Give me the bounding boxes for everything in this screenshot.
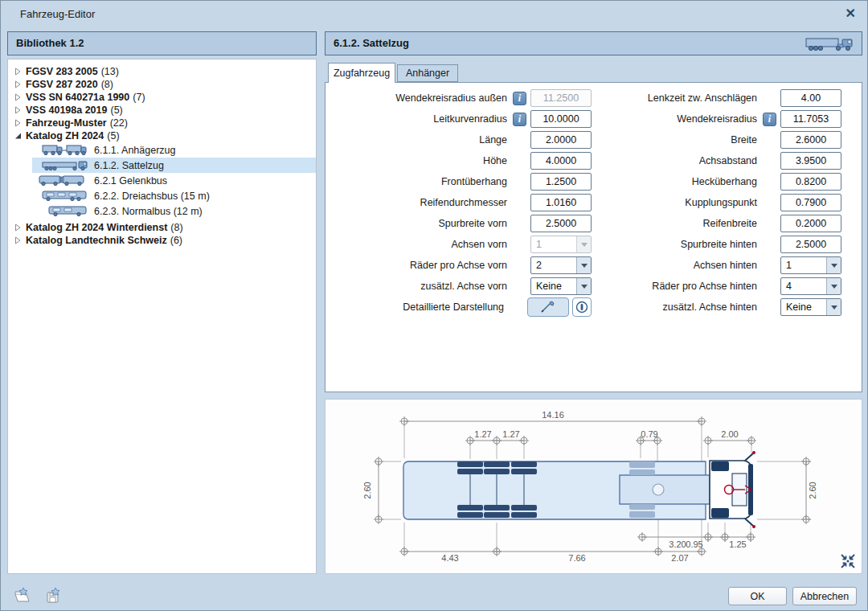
field-label: Hecküberhang [599, 176, 763, 187]
achsen-vorn-select[interactable]: 1 [530, 236, 592, 253]
breite-field[interactable] [780, 131, 841, 149]
open-favorite-button[interactable] [12, 585, 35, 606]
wendekreisradius-field[interactable] [780, 110, 841, 128]
achsabstand-field[interactable] [780, 152, 841, 170]
spurbreite-hinten-field[interactable] [780, 236, 841, 253]
bus-icon [35, 205, 88, 217]
dim-axle-gap-1: 1.27 [474, 429, 491, 439]
expander-collapsed-icon[interactable] [14, 119, 26, 127]
field-label: zusätzl. Achse hinten [599, 301, 763, 313]
dim-axle-gap-2: 1.27 [502, 429, 519, 439]
tree-item-dreiachsbus[interactable]: 6.2.2. Dreiachsbus (15 m) [32, 188, 316, 203]
tree-item-katalog-winterdienst[interactable]: Katalog ZH 2024 Winterdienst(8) [8, 221, 316, 234]
achsen-hinten-select[interactable]: 1 [780, 256, 841, 274]
tree-item-fahrzeug-muster[interactable]: Fahrzeug-Muster(22) [8, 117, 316, 129]
zusaetzl-achse-hinten-select[interactable]: Keine [780, 298, 841, 316]
window-title: Fahrzeug-Editor [20, 8, 95, 20]
form-column-right: Lenkzeit zw. Anschlägen Wendekreisradius… [599, 89, 841, 316]
info-icon[interactable]: i [513, 113, 526, 126]
form-column-left: Wendekreisradius außen i Leitkurvenradiu… [333, 89, 592, 316]
kupplungspunkt-field[interactable] [780, 194, 841, 211]
tree-item-katalog-landtechnik[interactable]: Katalog Landtechnik Schweiz(6) [8, 234, 316, 247]
info-icon[interactable]: i [763, 113, 776, 126]
ok-button[interactable]: OK [728, 587, 787, 605]
chevron-down-icon [826, 299, 841, 315]
tree-item-sattelzug[interactable]: 6.1.2. Sattelzug [32, 158, 316, 173]
vertical-bar-circle-icon [575, 301, 588, 314]
axis-indicator-button[interactable] [572, 297, 592, 317]
frontueberhang-field[interactable] [530, 173, 592, 191]
dim-cab-length: 2.00 [721, 429, 738, 439]
tree-item-fgsv-283[interactable]: FGSV 283 2005(13) [8, 65, 316, 78]
expander-collapsed-icon[interactable] [14, 80, 26, 88]
reifenbreite-field[interactable] [780, 215, 841, 232]
expander-collapsed-icon[interactable] [14, 93, 26, 101]
tree-item-label: 6.2.2. Dreiachsbus (15 m) [94, 191, 210, 202]
save-favorite-button[interactable] [43, 585, 65, 606]
field-label: Achsen hinten [599, 260, 763, 271]
field-label: Räder pro Achse hinten [599, 281, 763, 292]
field-label: Spurbreite hinten [599, 239, 763, 250]
raeder-pro-achse-vorn-select[interactable]: 2 [530, 256, 592, 274]
dim-rear-axle-kingpin: 0.79 [641, 429, 657, 439]
wendekreisradius-aussen-field[interactable] [530, 89, 592, 107]
hoehe-field[interactable] [530, 152, 592, 170]
reifendurchmesser-field[interactable] [530, 194, 592, 211]
semi-truck-header-icon [805, 35, 855, 54]
field-label: Detaillierte Darstellung [333, 301, 510, 313]
dim-width-right: 2.60 [808, 482, 817, 498]
footer-toolbar [12, 585, 65, 606]
fit-to-view-icon[interactable] [841, 554, 855, 568]
field-label: Kupplungspunkt [599, 197, 763, 208]
cancel-button[interactable]: Abbrechen [792, 587, 857, 605]
tree-item-gelenkbus[interactable]: 6.2.1 Gelenkbus [32, 173, 316, 188]
leitkurvenradius-field[interactable] [530, 110, 592, 128]
chevron-down-icon [576, 236, 591, 252]
tab-zugfahrzeug[interactable]: Zugfahrzeug [328, 63, 395, 83]
spurbreite-vorn-field[interactable] [530, 215, 592, 232]
library-panel-header: Bibliothek 1.2 [7, 31, 317, 55]
expander-collapsed-icon[interactable] [14, 68, 26, 76]
library-tree: FGSV 283 2005(13) FGSV 287 2020(8) VSS S… [7, 59, 317, 574]
field-label: Spurbreite vorn [333, 218, 513, 229]
heckueberhang-field[interactable] [780, 173, 841, 191]
laenge-field[interactable] [530, 131, 592, 149]
semi-truck-icon [35, 159, 88, 171]
tree-item-label: 6.1.2. Sattelzug [94, 160, 164, 171]
dim-total-length: 14.16 [542, 410, 564, 420]
three-axle-bus-icon [35, 190, 88, 202]
expander-collapsed-icon[interactable] [14, 223, 26, 232]
lenkzeit-field[interactable] [780, 89, 841, 107]
raeder-pro-achse-hinten-select[interactable]: 4 [780, 277, 841, 295]
dim-kingpin-length: 2.07 [671, 553, 688, 563]
info-icon[interactable]: i [513, 92, 526, 105]
zusaetzl-achse-vorn-select[interactable]: Keine [530, 277, 592, 295]
trailer-truck-icon [35, 144, 88, 156]
tab-anhaenger[interactable]: Anhänger [397, 64, 458, 82]
expander-collapsed-icon[interactable] [14, 106, 26, 114]
chevron-down-icon [826, 278, 841, 294]
tree-item-label: 6.2.3. Normalbus (12 m) [94, 206, 203, 217]
tree-item-normalbus[interactable]: 6.2.3. Normalbus (12 m) [32, 203, 316, 219]
tree-item-vss-40198a[interactable]: VSS 40198a 2019(5) [8, 104, 316, 117]
tree-item-vss-sn[interactable]: VSS SN 640271a 1990(7) [8, 91, 316, 104]
fahrzeug-editor-dialog: Fahrzeug-Editor ✕ Bibliothek 1.2 6.1.2. … [0, 0, 868, 611]
expander-collapsed-icon[interactable] [14, 236, 26, 244]
tree-item-katalog-zh-2024[interactable]: Katalog ZH 2024(5) [8, 129, 316, 142]
dim-width-left: 2.60 [362, 482, 372, 498]
tree-item-label: 6.2.1 Gelenkbus [94, 175, 167, 187]
tree-item-anhaengerzug[interactable]: 6.1.1. Anhägerzug [32, 142, 316, 158]
dim-c: 1.25 [729, 539, 746, 549]
expander-expanded-icon[interactable] [14, 132, 26, 140]
field-label: Leitkurvenradius [333, 113, 513, 125]
field-label: Wendekreisradius außen [333, 92, 513, 104]
vehicle-top-view-drawing: 14.16 1.27 1.27 0.79 2.00 2.60 2.60 3.20… [326, 400, 862, 573]
chevron-down-icon [826, 257, 841, 273]
close-icon[interactable]: ✕ [845, 6, 856, 21]
tree-item-fgsv-287[interactable]: FGSV 287 2020(8) [8, 78, 316, 91]
eyedropper-icon [540, 301, 556, 314]
chevron-down-icon [576, 257, 591, 273]
eyedropper-button[interactable] [527, 297, 569, 317]
field-label: Wendekreisradius [599, 113, 763, 125]
field-label: zusätzl. Achse vorn [333, 281, 513, 292]
